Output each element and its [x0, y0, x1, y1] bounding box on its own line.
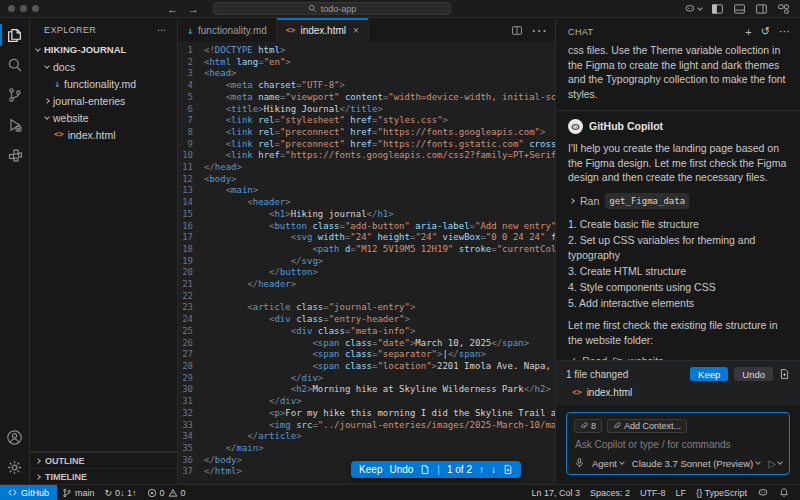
window-controls[interactable]: [0, 5, 47, 12]
chat-history-icon[interactable]: ↺: [761, 25, 770, 38]
search-value: todo-app: [321, 4, 357, 14]
assistant-name: GitHub Copilot: [589, 119, 663, 134]
sync-icon: ↻: [105, 488, 113, 498]
branch-label: main: [75, 488, 95, 498]
line-number: 23: [178, 302, 204, 314]
explorer-view-icon[interactable]: [0, 20, 30, 50]
eol-status[interactable]: LF: [671, 488, 692, 498]
line-number: 28: [178, 361, 204, 373]
tab-functionality-md[interactable]: ↓ functionality.md: [178, 18, 277, 42]
attachments-chip[interactable]: 8: [574, 419, 602, 433]
new-chat-icon[interactable]: +: [745, 26, 751, 38]
toggle-secondary-sidebar-icon[interactable]: [755, 3, 768, 15]
timeline-label: TIMELINE: [45, 472, 87, 482]
code-line: 8 <link rel="preconnect" href="https://f…: [178, 127, 555, 139]
status-bar: GitHub main ↻ 0↓ 1↑ 0 0 Ln 17, Col 3 Spa…: [0, 484, 800, 500]
chat-input-box[interactable]: 8 Add Context... Ask Copilot or type / f…: [566, 412, 790, 475]
divider: [556, 110, 800, 111]
code-line: 3<head>: [178, 68, 555, 80]
editor-group: ↓ functionality.md <> index.html × ⋯ 1<!…: [178, 18, 555, 484]
model-selector[interactable]: Claude 3.7 Sonnet (Preview): [632, 458, 760, 469]
changes-summary: 1 file changed: [566, 369, 684, 380]
nav-forward-button[interactable]: →: [188, 3, 199, 15]
language-mode[interactable]: {} TypeScript: [691, 488, 752, 498]
previous-change-button[interactable]: ↑: [479, 464, 484, 475]
pending-changes-bar: 1 file changed Keep Undo <> index.html: [556, 360, 800, 405]
tree-item-functionality.md[interactable]: ↓functionality.md: [30, 75, 177, 92]
explorer-sidebar: EXPLORER ⋯ HIKING-JOURNAL docs↓functiona…: [30, 18, 178, 484]
send-button[interactable]: ▷: [768, 458, 782, 469]
tree-root[interactable]: HIKING-JOURNAL: [30, 41, 177, 58]
chevron-right-icon: [569, 198, 575, 204]
tree-item-index.html[interactable]: <>index.html: [30, 126, 177, 143]
tree-item-website[interactable]: website: [30, 109, 177, 126]
copilot-status-icon[interactable]: [752, 487, 774, 498]
tree-item-docs[interactable]: docs: [30, 58, 177, 75]
warnings-count: 0: [181, 488, 186, 498]
sync-status[interactable]: ↻ 0↓ 1↑: [100, 488, 142, 498]
diff-review-widget: Keep Undo | 1 of 2 ↑ ↓: [351, 461, 521, 478]
add-context-button[interactable]: Add Context...: [607, 419, 687, 433]
send-icon: ▷: [768, 458, 776, 469]
line-number: 26: [178, 338, 204, 350]
line-number: 15: [178, 209, 204, 221]
tree-item-journal-enteries[interactable]: journal-enteries: [30, 92, 177, 109]
line-number: 27: [178, 349, 204, 361]
tool-run-name: get_Figma_data: [605, 193, 689, 210]
copilot-menu-button[interactable]: [684, 3, 702, 14]
outline-section[interactable]: OUTLINE: [30, 452, 177, 468]
toggle-sidebar-icon[interactable]: [711, 3, 724, 15]
microphone-icon[interactable]: [574, 457, 585, 469]
line-number: 29: [178, 373, 204, 385]
close-tab-icon[interactable]: ×: [353, 25, 359, 36]
chat-more-actions[interactable]: ⋯: [779, 25, 790, 38]
line-number: 37: [178, 466, 204, 478]
split-editor-icon[interactable]: [511, 25, 523, 36]
encoding-status[interactable]: UTF-8: [635, 488, 671, 498]
html-file-icon: <>: [286, 26, 296, 35]
remote-indicator[interactable]: GitHub: [0, 485, 57, 500]
toggle-panel-icon[interactable]: [733, 3, 746, 15]
view-changes-icon[interactable]: [779, 368, 790, 380]
minimize-window-button[interactable]: [20, 5, 27, 12]
tab-index-html[interactable]: <> index.html ×: [277, 18, 369, 42]
search-view-icon[interactable]: [0, 50, 30, 80]
problems-status[interactable]: 0 0: [142, 488, 191, 498]
git-branch-status[interactable]: main: [57, 488, 100, 498]
account-icon[interactable]: [0, 422, 30, 452]
timeline-section[interactable]: TIMELINE: [30, 468, 177, 484]
editor-more-actions[interactable]: ⋯: [531, 21, 547, 40]
explorer-more-actions[interactable]: ⋯: [157, 25, 167, 35]
tool-call-row[interactable]: Ran get_Figma_data: [570, 193, 788, 210]
changed-file-row[interactable]: <> index.html: [572, 387, 790, 398]
line-number: 13: [178, 185, 204, 197]
command-center-search[interactable]: todo-app: [213, 2, 451, 15]
code-line: 7 <link rel="stylesheet" href="styles.cs…: [178, 115, 555, 127]
remote-label: GitHub: [21, 488, 49, 498]
undo-change-button[interactable]: Undo: [389, 464, 413, 475]
indentation-status[interactable]: Spaces: 2: [585, 488, 635, 498]
nav-back-button[interactable]: ←: [167, 3, 178, 15]
keep-change-button[interactable]: Keep: [359, 464, 382, 475]
code-editor[interactable]: 1<!DOCTYPE html>2<html lang="en">3<head>…: [178, 42, 555, 484]
undo-all-button[interactable]: Undo: [734, 367, 773, 381]
customize-layout-icon[interactable]: [777, 3, 790, 15]
run-debug-icon[interactable]: [0, 110, 30, 140]
cursor-position[interactable]: Ln 17, Col 3: [527, 488, 586, 498]
html-file-icon: <>: [572, 388, 582, 397]
chat-input-placeholder[interactable]: Ask Copilot or type / for commands: [575, 439, 782, 450]
settings-gear-icon[interactable]: [0, 452, 30, 482]
file-plus-icon[interactable]: [503, 464, 513, 475]
maximize-window-button[interactable]: [32, 5, 39, 12]
keep-all-button[interactable]: Keep: [690, 367, 728, 381]
code-line: 29 </div>: [178, 373, 555, 385]
extensions-icon[interactable]: [0, 140, 30, 170]
assistant-text: I'll help you create the landing page ba…: [568, 141, 788, 185]
next-change-button[interactable]: ↓: [491, 464, 496, 475]
close-window-button[interactable]: [8, 5, 15, 12]
line-number: 32: [178, 408, 204, 420]
notifications-bell-icon[interactable]: [774, 487, 794, 498]
mode-selector[interactable]: Agent: [592, 458, 624, 469]
source-control-icon[interactable]: [0, 80, 30, 110]
code-line: 34 </article>: [178, 431, 555, 443]
